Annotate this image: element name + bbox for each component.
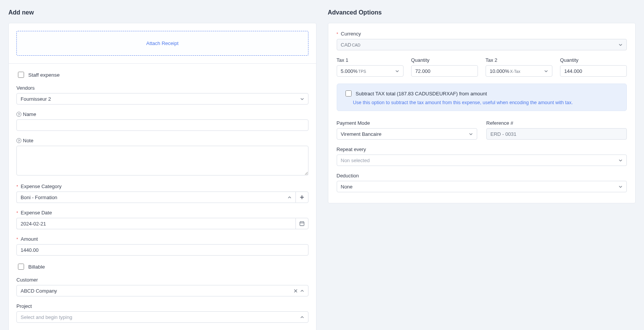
advanced-card: Currency CADCAD Tax 1 5.000%TPS Quantity…: [328, 23, 636, 203]
deduction-select[interactable]: None: [337, 181, 627, 192]
repeat-select[interactable]: Non selected: [337, 155, 627, 166]
subtract-tax-box: Subtract TAX total (187.83 CADUSDEURXAF)…: [337, 84, 627, 111]
chevron-up-icon: [300, 315, 304, 319]
chevron-up-icon: [287, 195, 292, 200]
project-select[interactable]: Select and begin typing: [16, 311, 308, 323]
category-label: Expense Category: [16, 184, 308, 189]
date-input[interactable]: [16, 218, 295, 229]
subtract-tax-label: Subtract TAX total (187.83 CADUSDEURXAF)…: [356, 91, 487, 97]
category-select[interactable]: Boni - Formation: [16, 192, 295, 203]
project-placeholder: Select and begin typing: [21, 314, 72, 320]
repeat-placeholder: Non selected: [341, 158, 370, 163]
subtract-tax-desc: Use this option to subtract the tax amou…: [353, 100, 620, 105]
repeat-label: Repeat every: [337, 146, 627, 152]
tax2-sub: X-Tax: [510, 69, 520, 74]
tax1-label: Tax 1: [337, 57, 404, 63]
category-value: Boni - Formation: [21, 195, 57, 200]
page-title-advanced: Advanced Options: [328, 9, 636, 16]
page-title-add-new: Add new: [8, 9, 316, 16]
vendors-value: Fournisseur 2: [21, 96, 51, 102]
currency-label: Currency: [337, 31, 627, 37]
currency-select: CADCAD: [337, 39, 627, 50]
attach-receipt-label: Attach Receipt: [146, 40, 179, 46]
name-input[interactable]: [16, 119, 308, 131]
vendors-select[interactable]: Fournisseur 2: [16, 93, 308, 105]
payment-mode-value: Virement Bancaire: [341, 131, 382, 137]
qty1-label: Quantity: [411, 57, 478, 63]
deduction-label: Deduction: [337, 173, 627, 179]
customer-label: Customer: [16, 277, 308, 283]
chevron-down-icon: [618, 158, 623, 163]
chevron-down-icon: [618, 185, 623, 189]
project-label: Project: [16, 303, 308, 309]
currency-value: CAD: [341, 42, 351, 48]
staff-expense-label: Staff expense: [28, 72, 60, 78]
billable-checkbox[interactable]: [18, 264, 24, 270]
amount-label: Amount: [16, 236, 308, 242]
tax2-value: 10.000%: [490, 68, 509, 74]
subtract-tax-checkbox[interactable]: [345, 90, 352, 97]
qty2-label: Quantity: [560, 57, 627, 63]
date-picker-button[interactable]: [295, 218, 308, 229]
chevron-down-icon: [469, 132, 473, 136]
staff-expense-checkbox[interactable]: [18, 72, 24, 78]
customer-value: ABCD Company: [21, 288, 57, 294]
tax2-label: Tax 2: [486, 57, 552, 63]
vendors-label: Vendors: [16, 85, 308, 91]
tax1-sub: TPS: [358, 69, 366, 74]
customer-select[interactable]: ABCD Company: [16, 285, 308, 296]
reference-input: [486, 128, 627, 140]
calendar-icon: [299, 221, 305, 226]
add-category-button[interactable]: [295, 192, 308, 203]
svg-rect-0: [300, 222, 304, 226]
note-textarea[interactable]: [16, 146, 308, 175]
date-label: Expense Date: [16, 210, 308, 216]
close-icon[interactable]: [294, 289, 298, 293]
chevron-down-icon: [395, 69, 399, 73]
chevron-down-icon: [618, 43, 623, 47]
reference-label: Reference #: [486, 120, 627, 126]
tax1-select[interactable]: 5.000%TPS: [337, 65, 404, 77]
chevron-down-icon: [544, 69, 548, 73]
qty2-input[interactable]: [560, 65, 627, 77]
tax1-value: 5.000%: [341, 68, 358, 74]
deduction-value: None: [341, 184, 353, 190]
currency-sub: CAD: [352, 43, 360, 47]
plus-icon: [300, 195, 304, 200]
qty1-input[interactable]: [411, 65, 478, 77]
name-label: ? Name: [16, 111, 308, 117]
attach-receipt-dropzone[interactable]: Attach Receipt: [16, 31, 308, 56]
tax2-select[interactable]: 10.000%X-Tax: [486, 65, 552, 77]
payment-mode-select[interactable]: Virement Bancaire: [337, 128, 477, 140]
chevron-up-icon: [300, 289, 304, 293]
add-new-card: Attach Receipt Staff expense Vendors Fou…: [8, 23, 316, 330]
note-label: ? Note: [16, 138, 308, 143]
chevron-down-icon: [300, 97, 304, 101]
amount-input[interactable]: [16, 244, 308, 256]
payment-mode-label: Payment Mode: [337, 120, 477, 126]
help-icon: ?: [16, 112, 21, 117]
billable-label: Billable: [28, 264, 45, 270]
help-icon: ?: [16, 138, 21, 143]
